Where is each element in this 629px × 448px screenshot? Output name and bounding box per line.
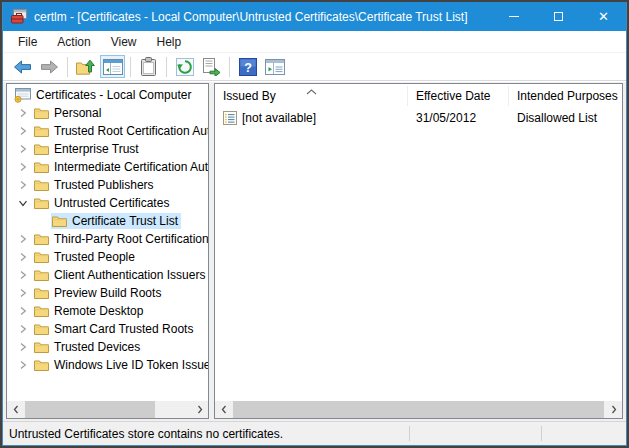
column-label: Intended Purposes [517, 89, 618, 103]
menu-file[interactable]: File [8, 32, 47, 52]
chevron-collapsed-icon[interactable] [13, 126, 33, 136]
tree-item[interactable]: Smart Card Trusted Roots [7, 320, 208, 338]
tree-item-label: Trusted Root Certification Authorities [54, 124, 208, 138]
menu-help[interactable]: Help [147, 32, 192, 52]
minimize-button[interactable] [491, 2, 536, 31]
chevron-collapsed-icon[interactable] [13, 180, 33, 190]
show-console-tree-button[interactable] [100, 55, 125, 78]
tree-item[interactable]: Personal [7, 104, 208, 122]
menubar: FileActionViewHelp [3, 31, 626, 53]
list-horizontal-scrollbar[interactable] [215, 401, 622, 418]
help-button[interactable]: ? [235, 55, 260, 78]
cell-issued-by: [not available] [242, 111, 316, 125]
column-header-issued-by[interactable]: Issued By [215, 86, 408, 106]
scroll-right-icon[interactable] [191, 401, 208, 418]
tree-item[interactable]: Certificates - Local Computer [7, 86, 208, 104]
menu-action[interactable]: Action [47, 32, 100, 52]
chevron-collapsed-icon[interactable] [13, 288, 33, 298]
tree-item[interactable]: Untrusted Certificates [7, 194, 208, 212]
certlm-window: certlm - [Certificates - Local Computer\… [2, 2, 627, 446]
tree-item-label: Enterprise Trust [54, 142, 139, 156]
show-action-pane-icon [265, 59, 285, 75]
chevron-collapsed-icon[interactable] [13, 108, 33, 118]
tree-item[interactable]: Third-Party Root Certification Authoriti… [7, 230, 208, 248]
maximize-icon [554, 12, 563, 21]
folder-icon [34, 197, 49, 209]
tree-scrollbar-thumb[interactable] [25, 401, 155, 418]
tree-item[interactable]: Trusted Publishers [7, 176, 208, 194]
tree-item[interactable]: Trusted Root Certification Authorities [7, 122, 208, 140]
tree-item-label: Trusted Publishers [54, 178, 154, 192]
scroll-right-icon[interactable] [605, 401, 622, 418]
status-text: Untrusted Certificates store contains no… [9, 427, 283, 441]
certificate-list-panel: Issued By Effective Date Intended Purpos… [214, 83, 623, 419]
show-action-pane-button[interactable] [262, 55, 287, 78]
toolbar-separator [166, 57, 167, 77]
chevron-collapsed-icon[interactable] [13, 306, 33, 316]
refresh-icon [176, 58, 194, 76]
toolbar-separator [67, 57, 68, 77]
chevron-collapsed-icon[interactable] [13, 162, 33, 172]
folder-icon [34, 179, 49, 191]
back-icon [13, 60, 32, 74]
up-one-level-button[interactable] [73, 55, 98, 78]
back-button[interactable] [10, 55, 35, 78]
chevron-collapsed-icon[interactable] [13, 144, 33, 154]
folder-icon [34, 233, 49, 245]
forward-button[interactable] [37, 55, 62, 78]
menu-view[interactable]: View [101, 32, 147, 52]
export-list-button[interactable] [199, 55, 224, 78]
refresh-button[interactable] [172, 55, 197, 78]
computer-store-icon [14, 88, 31, 103]
folder-icon [34, 341, 49, 353]
chevron-collapsed-icon[interactable] [13, 234, 33, 244]
close-button[interactable]: ✕ [581, 2, 626, 31]
tree-item[interactable]: Enterprise Trust [7, 140, 208, 158]
list-header: Issued By Effective Date Intended Purpos… [215, 84, 622, 108]
window-title: certlm - [Certificates - Local Computer\… [34, 10, 491, 24]
mmc-app-icon [11, 9, 27, 24]
toolbar-separator [229, 57, 230, 77]
tree-item[interactable]: Intermediate Certification Authorities [7, 158, 208, 176]
chevron-collapsed-icon[interactable] [13, 360, 33, 370]
tree-item[interactable]: Client Authentication Issuers [7, 266, 208, 284]
toolbar: ? [3, 53, 626, 81]
tree-item-label: Trusted Devices [54, 340, 140, 354]
tree-item[interactable]: Windows Live ID Token Issuer [7, 356, 208, 374]
tree-item-label: Trusted People [54, 250, 135, 264]
clipboard-icon [141, 57, 156, 76]
titlebar[interactable]: certlm - [Certificates - Local Computer\… [3, 2, 626, 31]
chevron-collapsed-icon[interactable] [13, 342, 33, 352]
clipboard-button[interactable] [136, 55, 161, 78]
tree-item-label: Untrusted Certificates [54, 196, 169, 210]
folder-icon [34, 359, 49, 371]
tree-item[interactable]: Trusted People [7, 248, 208, 266]
chevron-collapsed-icon[interactable] [13, 324, 33, 334]
certificate-row[interactable]: [not available]31/05/2012Disallowed List [215, 108, 622, 127]
list-scrollbar-thumb[interactable] [233, 401, 604, 418]
chevron-expanded-icon[interactable] [13, 199, 33, 208]
tree-item[interactable]: Preview Build Roots [7, 284, 208, 302]
ctl-list-icon [223, 111, 237, 125]
folder-icon [34, 107, 49, 119]
tree-item[interactable]: Remote Desktop [7, 302, 208, 320]
scroll-left-icon[interactable] [215, 401, 232, 418]
folder-icon [34, 143, 49, 155]
minimize-icon [509, 16, 519, 17]
forward-icon [40, 60, 59, 74]
column-header-effective-date[interactable]: Effective Date [408, 86, 509, 106]
svg-text:?: ? [244, 60, 252, 74]
scroll-left-icon[interactable] [7, 401, 24, 418]
sort-ascending-icon [306, 84, 317, 98]
tree-item[interactable]: Certificate Trust List [7, 212, 208, 230]
column-header-intended-purposes[interactable]: Intended Purposes [509, 86, 622, 106]
tree-item-label: Windows Live ID Token Issuer [54, 358, 208, 372]
maximize-button[interactable] [536, 2, 581, 31]
tree-item-label: Personal [54, 106, 101, 120]
tree-item[interactable]: Trusted Devices [7, 338, 208, 356]
chevron-collapsed-icon[interactable] [13, 270, 33, 280]
folder-icon [34, 287, 49, 299]
tree-horizontal-scrollbar[interactable] [7, 401, 208, 418]
chevron-collapsed-icon[interactable] [13, 252, 33, 262]
folder-icon [34, 251, 49, 263]
